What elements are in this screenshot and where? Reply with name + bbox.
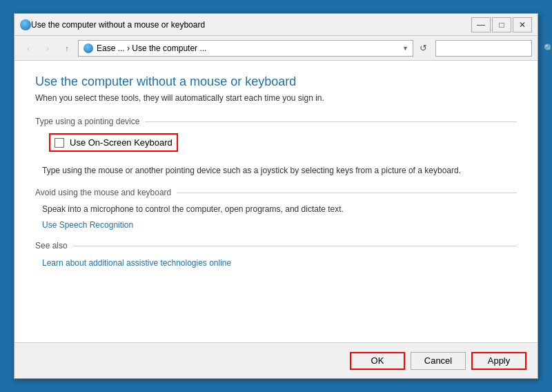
title-bar-text: Use the computer without a mouse or keyb…	[31, 20, 471, 30]
section2-description: Speak into a microphone to control the c…	[42, 204, 517, 214]
speech-recognition-link[interactable]: Use Speech Recognition	[42, 220, 133, 230]
address-bar: Ease ... › Use the computer ... ▼	[78, 40, 413, 57]
page-title: Use the computer without a mouse or keyb…	[35, 75, 517, 89]
section1-header: Type using a pointing device	[35, 117, 517, 126]
up-button[interactable]: ↑	[59, 40, 75, 57]
cancel-button[interactable]: Cancel	[411, 352, 466, 370]
section2-label: Avoid using the mouse and keyboard	[35, 188, 171, 197]
maximize-button[interactable]: □	[492, 17, 511, 32]
on-screen-keyboard-row[interactable]: Use On-Screen Keyboard	[49, 133, 178, 152]
main-window: Use the computer without a mouse or keyb…	[14, 13, 538, 379]
search-icon: 🔍	[544, 43, 552, 53]
section3-header: See also	[35, 241, 517, 251]
dropdown-icon[interactable]: ▼	[402, 45, 408, 52]
title-bar: Use the computer without a mouse or keyb…	[14, 14, 538, 36]
forward-button[interactable]: ›	[39, 40, 56, 57]
nav-bar: ‹ › ↑ Ease ... › Use the computer ... ▼ …	[14, 36, 538, 61]
section-pointing-device: Type using a pointing device Use On-Scre…	[35, 117, 517, 177]
on-screen-keyboard-checkbox[interactable]	[55, 138, 64, 148]
section2-header: Avoid using the mouse and keyboard	[35, 188, 517, 197]
window-icon	[20, 19, 31, 30]
back-button[interactable]: ‹	[20, 40, 37, 57]
content-area: Use the computer without a mouse or keyb…	[14, 61, 538, 342]
section3-line	[73, 246, 517, 246]
minimize-button[interactable]: —	[471, 17, 491, 32]
ok-button[interactable]: OK	[350, 352, 405, 370]
apply-button[interactable]: Apply	[471, 352, 526, 370]
refresh-button[interactable]: ↺	[416, 41, 430, 55]
on-screen-keyboard-label: Use On-Screen Keyboard	[70, 137, 172, 148]
search-input[interactable]	[440, 43, 544, 53]
address-icon	[83, 43, 94, 54]
section-see-also: See also Learn about additional assistiv…	[35, 241, 517, 268]
section1-line	[145, 121, 517, 122]
section-avoid-mouse: Avoid using the mouse and keyboard Speak…	[35, 188, 517, 230]
close-button[interactable]: ✕	[513, 17, 532, 32]
search-bar[interactable]: 🔍	[435, 40, 532, 57]
section2-line	[177, 193, 517, 193]
footer: OK Cancel Apply	[14, 342, 538, 378]
title-bar-buttons: — □ ✕	[471, 17, 532, 32]
breadcrumb-text: Ease ... › Use the computer ...	[97, 43, 400, 53]
page-subtitle: When you select these tools, they will a…	[35, 93, 517, 103]
assistive-tech-link[interactable]: Learn about additional assistive technol…	[42, 258, 231, 268]
section1-label: Type using a pointing device	[35, 117, 139, 126]
section3-label: See also	[35, 241, 68, 251]
section1-description: Type using the mouse or another pointing…	[42, 164, 517, 177]
